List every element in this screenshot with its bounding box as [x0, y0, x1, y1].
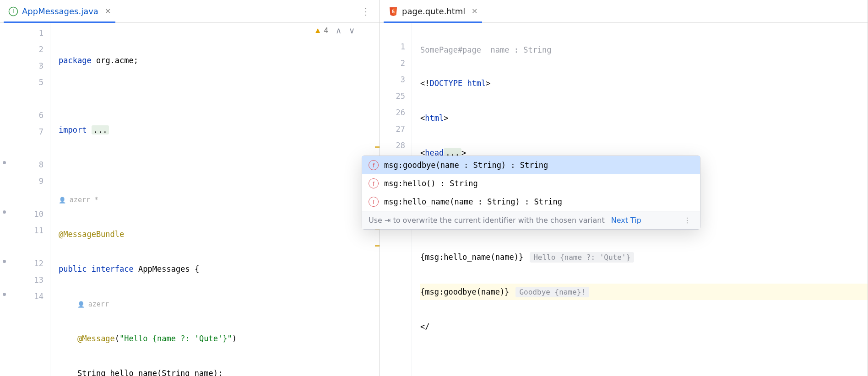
tab-appmessages[interactable]: I AppMessages.java ✕ — [4, 0, 115, 22]
author-inlay: azerr * — [59, 191, 380, 208]
close-icon[interactable]: ✕ — [472, 7, 477, 16]
gutter-mark-icon — [3, 260, 6, 263]
fold-icon[interactable]: 〉 — [39, 58, 44, 74]
gutter-mark-icon — [3, 210, 6, 214]
line-number-gutter[interactable]: 1 2 3〉 5 6 7 8 9 10 11 12 13 14 — [9, 23, 50, 376]
code-line[interactable] — [420, 353, 868, 370]
code-line[interactable]: </ — [420, 318, 868, 335]
code-line[interactable]: <html> — [420, 110, 868, 126]
breakpoint-gutter[interactable] — [0, 23, 9, 376]
tab-page-qute[interactable]: 5 page.qute.html ✕ — [384, 0, 482, 22]
line-number: 14 — [9, 288, 43, 305]
completion-tip: Use ⇥ to overwrite the current identifie… — [369, 216, 605, 225]
code-line[interactable] — [59, 87, 380, 103]
tab-bar-left: I AppMessages.java ✕ ⋮ — [0, 0, 380, 23]
line-number: 2 — [9, 41, 43, 58]
code-line[interactable]: @MessageBundle — [59, 226, 380, 242]
code-line[interactable]: package org.acme; — [59, 52, 380, 69]
line-number: 8 — [9, 156, 43, 173]
inlay-hint: Hello {name ?: 'Qute'} — [530, 252, 634, 263]
line-number: 12 — [9, 255, 43, 272]
code-line[interactable] — [59, 156, 380, 173]
completion-footer: Use ⇥ to overwrite the current identifie… — [362, 211, 700, 229]
code-line[interactable]: String hello_name(String name); — [59, 365, 380, 376]
completion-item[interactable]: f msg:hello() : String — [362, 174, 700, 193]
function-icon: f — [369, 160, 379, 170]
line-number — [9, 140, 43, 156]
close-icon[interactable]: ✕ — [105, 7, 111, 16]
inlay-hint: Goodbye {name}! — [515, 287, 589, 297]
code-line[interactable]: public interface AppMessages { — [59, 261, 380, 277]
line-number: 6 — [9, 107, 43, 124]
tab-bar-right: 5 page.qute.html ✕ — [380, 0, 868, 23]
line-number — [9, 189, 43, 206]
gutter-mark-icon — [3, 293, 6, 296]
line-number: 3〉 — [9, 58, 43, 74]
stripe-warning[interactable] — [375, 146, 380, 148]
code-line[interactable]: @Message("Hello {name ?: 'Qute'}") — [59, 330, 380, 347]
completion-item[interactable]: f msg:goodbye(name : String) : String — [362, 156, 700, 174]
completion-label: msg:goodbye(name : String) : String — [384, 161, 548, 170]
tab-label: page.qute.html — [402, 6, 465, 16]
function-icon: f — [369, 178, 379, 188]
breadcrumb-spacer — [380, 25, 405, 38]
line-number: 1 — [380, 38, 405, 55]
line-number — [9, 239, 43, 255]
author-inlay: azerr — [59, 295, 380, 312]
svg-text:5: 5 — [392, 9, 395, 14]
code-line[interactable]: <!DOCTYPE html> — [420, 75, 868, 91]
line-number: 26 — [380, 104, 405, 121]
tab-label: AppMessages.java — [22, 6, 98, 16]
warning-icon: ▲ — [314, 26, 322, 35]
completion-label: msg:hello() : String — [384, 179, 478, 188]
line-number: 5 — [9, 74, 43, 91]
line-number: 1 — [9, 25, 43, 41]
next-highlight-icon[interactable]: ∨ — [349, 26, 355, 36]
completion-popup: f msg:goodbye(name : String) : String f … — [362, 156, 700, 230]
line-number: 11 — [9, 222, 43, 239]
tab-overflow-icon[interactable]: ⋮ — [356, 6, 376, 17]
next-tip-link[interactable]: Next Tip — [611, 216, 641, 225]
code-line[interactable]: {msg:hello_name(name)}Hello {name ?: 'Qu… — [420, 249, 868, 265]
html5-icon: 5 — [388, 6, 398, 16]
line-number: 10 — [9, 206, 43, 222]
line-number — [9, 91, 43, 107]
code-area[interactable]: ▲4 ∧ ∨ package org.acme; import ... azer… — [50, 23, 380, 376]
function-icon: f — [369, 197, 379, 207]
completion-label: msg:hello_name(name : String) : String — [384, 197, 562, 206]
inspection-widget[interactable]: ▲4 ∧ ∨ — [314, 26, 355, 36]
gutter-mark-icon — [3, 161, 6, 164]
fold-icon[interactable]: 〉 — [401, 71, 406, 88]
svg-text:I: I — [12, 8, 14, 15]
line-number: 25 — [380, 88, 405, 104]
line-number: 13 — [9, 272, 43, 288]
line-number: 2 — [380, 55, 405, 71]
prev-highlight-icon[interactable]: ∧ — [336, 26, 342, 36]
warning-count: 4 — [324, 26, 328, 35]
code-line[interactable]: import ... — [59, 122, 380, 138]
code-line[interactable]: {msg:goodbye(name)}Goodbye {name}! — [420, 284, 868, 300]
fold-placeholder[interactable]: ... — [92, 125, 109, 134]
line-number: 28 — [380, 137, 405, 154]
stripe-warning[interactable] — [375, 245, 380, 247]
more-icon[interactable]: ⋮ — [681, 216, 694, 225]
java-interface-icon: I — [8, 6, 18, 16]
line-number: 3〉 — [380, 71, 405, 88]
completion-item[interactable]: f msg:hello_name(name : String) : String — [362, 193, 700, 211]
line-number: 27 — [380, 121, 405, 137]
line-number: 7 — [9, 124, 43, 140]
editor-left[interactable]: 1 2 3〉 5 6 7 8 9 10 11 12 13 14 ▲4 ∧ ∨ p… — [0, 23, 380, 376]
breadcrumb[interactable]: SomePage#page name : String — [420, 43, 868, 57]
line-number: 9 — [9, 173, 43, 189]
